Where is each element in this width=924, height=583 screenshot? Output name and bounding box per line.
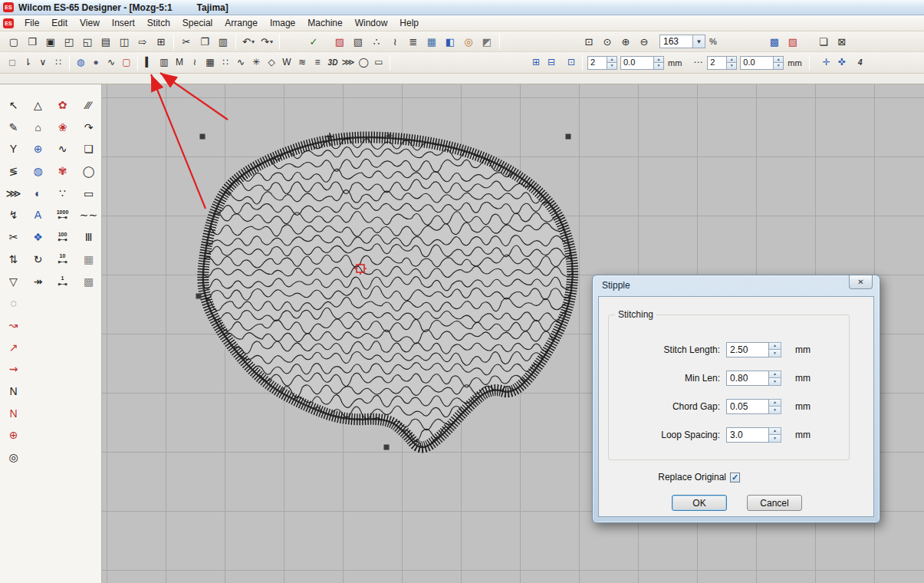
penetration-tool[interactable]: ⊕ [2, 425, 25, 445]
team-names-tool[interactable]: ❖ [27, 227, 49, 247]
open-freehand-tool[interactable]: N [2, 381, 25, 401]
trace-outline-icon[interactable]: ▢ [120, 54, 133, 71]
ok-button[interactable]: OK [672, 495, 727, 511]
stitch-angle-tool[interactable]: ⋙ [2, 183, 25, 203]
run-stitch-tool[interactable]: ∼∼ [77, 205, 100, 225]
globe-effect-tool[interactable]: ⊕ [27, 139, 49, 159]
pan-icon[interactable]: ✜ [835, 54, 849, 71]
loop-spacing-spin-down[interactable]: ▼ [769, 435, 781, 443]
ellipse-stitch-icon[interactable]: ◯ [357, 54, 370, 71]
brain-embroidery-object[interactable] [183, 125, 581, 462]
paste-icon[interactable]: ▥ [215, 33, 232, 50]
satin-stitch-icon[interactable]: ▍ [142, 54, 156, 71]
star-fill-icon[interactable]: ✳ [249, 54, 263, 71]
menu-machine[interactable]: Machine [301, 16, 348, 30]
circle-digitize-tool[interactable]: ◍ [27, 161, 49, 181]
menu-edit[interactable]: Edit [45, 16, 74, 30]
document-system-icon[interactable]: ES [3, 18, 14, 28]
print-preview-icon[interactable]: ◫ [116, 33, 133, 50]
overview-window-icon[interactable]: ❏ [815, 33, 832, 50]
chord-gap-input[interactable] [726, 399, 769, 414]
travel-1000-tool[interactable]: 1000 ⇤⇥ [51, 205, 74, 225]
zoom-tool-icon[interactable]: ⊙ [599, 33, 616, 50]
polygon-select-icon[interactable]: ◻ [5, 54, 19, 71]
column-spacing-spinner-down[interactable]: ▼ [654, 63, 664, 70]
loop-spacing-input[interactable] [726, 427, 769, 443]
cut-object-tool[interactable]: ✂ [2, 227, 25, 247]
zoom-combo-dropdown[interactable]: ▼ [693, 35, 705, 48]
redo-button[interactable]: ↷▾ [258, 33, 275, 50]
travel-100-tool[interactable]: 100 ⇤⇥ [51, 227, 74, 247]
menu-insert[interactable]: Insert [106, 16, 141, 30]
selection-handle-top-left[interactable] [200, 134, 206, 140]
select-tool[interactable]: ↖ [2, 95, 25, 115]
petal-fill-tool[interactable]: ✾ [51, 161, 74, 181]
menu-stitch[interactable]: Stitch [141, 16, 176, 30]
stitch-length-spin-down[interactable]: ▼ [769, 350, 781, 357]
applique-icon[interactable]: ∷ [219, 54, 232, 71]
open-design-icon[interactable]: ❒ [24, 33, 41, 50]
selection-handle-mid-left[interactable] [196, 294, 202, 299]
menu-window[interactable]: Window [349, 16, 394, 30]
outline-stitch-icon[interactable]: ≡ [311, 54, 324, 71]
show-grid-toggle[interactable]: ▦ [423, 33, 440, 50]
cut-icon[interactable]: ✂ [178, 33, 195, 50]
mirror-copy-tool[interactable]: ❏ [77, 139, 100, 159]
more-options-button[interactable]: ⋯ [691, 54, 705, 71]
send-to-machine-icon[interactable]: ⇨ [134, 33, 151, 50]
zoom-out-icon[interactable]: ⊖ [636, 33, 653, 50]
dropdown-caret-icon[interactable]: ▾ [270, 38, 273, 45]
flip-vertical-tool[interactable]: ⇅ [2, 249, 25, 269]
funnel-tool[interactable]: ▽ [2, 272, 25, 292]
save-design-icon[interactable]: ▣ [42, 33, 59, 50]
tatami-stitch-icon[interactable]: ▥ [157, 54, 171, 71]
motif-stitch-icon[interactable]: M [173, 54, 186, 71]
write-machine-file-icon[interactable]: ◰ [61, 33, 77, 50]
reshape-tool[interactable]: ✎ [2, 117, 25, 137]
contour-stitch-icon[interactable]: ≀ [188, 54, 202, 71]
lettering-tool[interactable]: A [27, 205, 49, 225]
copy-icon[interactable]: ❐ [196, 33, 213, 50]
min-len-input[interactable] [726, 371, 769, 386]
arc-tool[interactable]: ↷ [77, 117, 100, 137]
flower-fill-tool[interactable]: ❀ [51, 117, 74, 137]
menu-arrange[interactable]: Arrange [219, 16, 264, 30]
design-explorer-icon[interactable]: ⊠ [834, 33, 850, 50]
column-spacing-spinner-value[interactable]: 0.0 [620, 56, 654, 70]
insert-design-icon[interactable]: ⊞ [153, 33, 169, 50]
diamond-fill-icon[interactable]: ◇ [265, 54, 278, 71]
pattern-block-tool[interactable]: ▦ [77, 249, 100, 269]
show-design-toggle[interactable]: ✓ [305, 33, 322, 50]
spacing-grid-icon[interactable]: ⊟ [544, 54, 558, 71]
loop-spacing-spin-up[interactable]: ▲ [769, 427, 781, 436]
row-spacing-spinner-down[interactable]: ▼ [774, 63, 784, 70]
effect-3d-toggle[interactable]: 3D [326, 54, 340, 71]
row-spacing-spinner-up[interactable]: ▲ [774, 56, 784, 64]
stipple-fill-icon[interactable]: ∿ [104, 54, 118, 71]
v-select-icon[interactable]: ∨ [36, 54, 50, 71]
zoom-in-icon[interactable]: ⊕ [617, 33, 634, 50]
stemstitch-tool[interactable]: ↗ [2, 338, 25, 357]
stitch-edit-icon[interactable]: ⇂ [21, 54, 35, 71]
chord-gap-spin-up[interactable]: ▲ [769, 399, 781, 407]
rows-spinner-up[interactable]: ▲ [727, 56, 737, 64]
rect-stitch-icon[interactable]: ▭ [372, 54, 386, 71]
closed-freehand-tool[interactable]: N [2, 403, 25, 423]
show-machine-functions-toggle[interactable]: ≣ [405, 33, 422, 50]
digitize-closed-tool[interactable]: ⌂ [27, 117, 49, 137]
dot-select-icon[interactable]: ∷ [51, 54, 65, 71]
background-toggle[interactable]: ◩ [478, 33, 495, 50]
color-blend-icon[interactable]: ● [89, 54, 103, 71]
layout-grid-icon[interactable]: ⊡ [564, 54, 578, 71]
menu-image[interactable]: Image [264, 16, 301, 30]
read-machine-file-icon[interactable]: ◱ [79, 33, 96, 50]
column-stitch-tool[interactable]: Ⅲ [77, 227, 100, 247]
dot-fill-tool[interactable]: ∵ [51, 183, 74, 203]
sphere-effect-tool[interactable]: ◐ [27, 183, 49, 203]
columns-spinner-up[interactable]: ▲ [607, 56, 617, 64]
align-grid-icon[interactable]: ⊞ [529, 54, 543, 71]
show-hoop-toggle[interactable]: ◎ [460, 33, 477, 50]
ellipse-tool[interactable]: ◯ [77, 161, 100, 181]
ellipse-outline-tool[interactable]: ◌ [2, 293, 25, 313]
dialog-close-button[interactable]: ✕ [849, 275, 873, 289]
